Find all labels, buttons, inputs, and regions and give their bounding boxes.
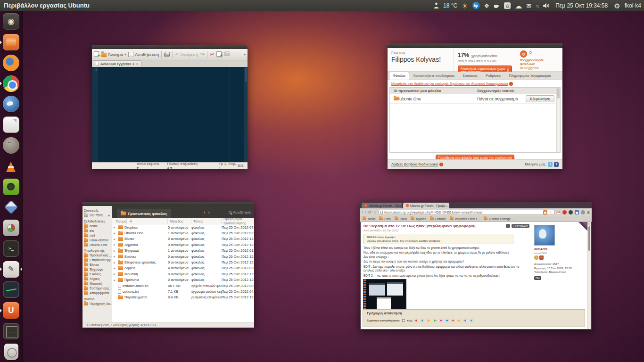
menu-icon[interactable]: ≡ — [587, 210, 590, 215]
expander-icon[interactable]: ▶ — [114, 279, 116, 281]
session-username-label[interactable]: fkol-k4 — [625, 2, 641, 9]
online-help-link[interactable]: Λάβετε βοήθεια διαδικτυακά — [391, 162, 438, 166]
file-row[interactable]: ▶Ubuntu One 1 αντικείμενο φάκελος Πεμ 25… — [112, 230, 254, 236]
smiley-icon[interactable] — [421, 319, 424, 322]
bookmark-chrome[interactable]: Chrome — [430, 217, 446, 221]
ubuntu-one-cloud-icon[interactable]: ☁ — [515, 2, 522, 9]
sidebar-item-etc[interactable]: etc — [83, 228, 112, 233]
sidebar-item-linux-distros[interactable]: Linux-distros — [83, 238, 112, 242]
file-row[interactable]: ▶Επιφάνεια εργασίας 0 αντικείμενα φάκελο… — [112, 259, 254, 265]
tab-close-icon[interactable]: ✕ — [136, 62, 139, 66]
network-updown-icon[interactable]: ↑↓ — [536, 3, 538, 8]
expander-icon[interactable]: ▶ — [114, 238, 116, 240]
poster-username-link[interactable]: dim4l99 — [534, 247, 585, 251]
column-modified[interactable]: Ημερομηνία τροποποίησης — [222, 218, 254, 224]
language-selector[interactable]: Απλό κείμενο ▾ — [137, 162, 159, 170]
search-control[interactable]: Αναζήτηση — [229, 210, 251, 214]
folders-scrollbar[interactable] — [556, 88, 560, 152]
bookmark-myweb[interactable]: MyWeb — [411, 217, 426, 221]
bookmark-fora[interactable]: Fora — [379, 217, 390, 221]
weather-person-icon[interactable] — [434, 2, 439, 9]
cut-icon[interactable]: ✂ — [210, 52, 214, 57]
smiley-icon[interactable] — [470, 319, 473, 322]
sidebar-item-music[interactable]: Μουσική — [83, 281, 112, 286]
sidebar-header-devices[interactable]: Συσκευές — [83, 207, 112, 213]
virtualbox-launcher[interactable] — [0, 197, 22, 218]
bookmark-linux[interactable]: Linux — [395, 217, 407, 221]
red-extension-icon[interactable] — [562, 210, 567, 214]
tab-width-selector[interactable]: Πλάτος στηλοθέτη: 4 ▾ — [167, 162, 201, 170]
bookmark-star-icon[interactable]: ☆ — [549, 210, 552, 214]
home-button[interactable]: ⌂ — [374, 210, 376, 214]
browser-tab-1[interactable]: Ubuntu-gr Forum - Προβο... — [362, 203, 402, 208]
hp-indicator-icon[interactable]: hp — [472, 2, 480, 9]
bookmark-imported[interactable]: Imported From F... — [450, 217, 480, 221]
attached-screenshot-thumbnail[interactable] — [363, 280, 406, 312]
sidebar-item-pictures[interactable]: Εικόνες — [83, 272, 112, 277]
terminal-launcher[interactable]: >_ — [0, 238, 22, 259]
keyboard-layout-indicator[interactable]: à — [504, 2, 511, 9]
browser-window[interactable]: Ubuntu-gr Forum - Προβο... Ubuntu-gr For… — [360, 202, 592, 330]
expander-icon[interactable]: ▶ — [114, 261, 116, 264]
vlc-launcher[interactable] — [0, 156, 22, 176]
dropbox-indicator-icon[interactable]: ❖ — [484, 3, 490, 9]
open-dropdown-caret[interactable]: ▾ — [124, 53, 126, 56]
sidebar-device-sg750[interactable]: SG 750G... — [83, 213, 112, 218]
blue-extension-icon[interactable]: ▦ — [575, 210, 579, 214]
expander-icon[interactable]: ▶ — [114, 272, 116, 275]
expander-icon[interactable]: ▶ — [114, 249, 116, 252]
smilies-checkbox[interactable] — [402, 319, 405, 322]
paste-button[interactable] — [224, 52, 230, 57]
smiley-icon[interactable] — [427, 319, 430, 322]
expander-icon[interactable]: ▶ — [114, 255, 116, 258]
post-title-link[interactable]: Re: Πέρασμα στο 12.10: Πώς ήταν; [περιλα… — [363, 224, 529, 228]
quote-post-button[interactable]: ΠΑΡΑΘΕΣΗ — [512, 224, 529, 228]
bookmark-gentoo-portage[interactable]: Gentoo Portage ... — [484, 217, 514, 221]
ubuntu-one-launcher[interactable]: U — [0, 300, 22, 321]
sidebar-item-downloads[interactable]: Λήψεις — [83, 277, 112, 281]
explore-button[interactable]: Εξερεύνηση — [526, 95, 554, 102]
file-row[interactable]: ▶Δημόσια 0 αντικείμενα φάκελος Πεμ 25 Οκ… — [112, 242, 254, 247]
u1-tab-account-info[interactable]: Πληροφορίες λογαριασμού — [505, 72, 554, 80]
folders-column-header[interactable]: Οι προσωπικοί μου φάκελοι — [390, 89, 477, 93]
gmail-icon[interactable]: M — [556, 210, 561, 214]
sidebar-header-computer[interactable]: Υπολογιστής — [83, 247, 112, 253]
gedit-text-area[interactable]: 1 — [92, 67, 248, 162]
forward-button[interactable]: › — [208, 209, 213, 215]
sidebar-item-trash[interactable]: Απορρίμματα — [83, 291, 112, 296]
sidebar-item-documents[interactable]: Έγγραφα — [83, 267, 112, 272]
smiley-icon[interactable] — [463, 319, 467, 322]
chromium-launcher[interactable] — [0, 73, 22, 94]
file-row[interactable]: ▶Λήψεις 4 αντικείμενα φάκελος Πεμ 25 Οκτ… — [112, 265, 254, 271]
file-manager-titlebar[interactable] — [83, 202, 254, 206]
thunderbird-launcher[interactable] — [0, 94, 22, 115]
file-row[interactable]: installer-main.sh 46.1 KB αρχείο εντολών… — [112, 283, 254, 288]
gedit-document-tab[interactable]: Ανώνυμο έγγραφο 1 ✕ — [93, 60, 141, 67]
sidebar-item-browse-network[interactable]: Περιήγηση δικ... — [83, 301, 112, 306]
files-launcher[interactable] — [0, 32, 22, 53]
file-row[interactable]: ▶Πρότυπα 0 αντικείμενα φάκελος Πεμ 25 Οκ… — [112, 277, 254, 283]
gedit-titlebar[interactable] — [92, 45, 248, 49]
expander-icon[interactable]: ▶ — [114, 243, 116, 246]
toolbar-overflow-caret[interactable]: ▾ — [244, 53, 246, 57]
green-app-launcher[interactable] — [0, 176, 22, 197]
smiley-icon[interactable] — [457, 319, 461, 322]
twitter-icon[interactable]: t — [548, 162, 553, 167]
gimp-launcher[interactable] — [0, 135, 22, 156]
expander-icon[interactable]: ▶ — [114, 267, 116, 270]
sidebar-item-desktop[interactable]: Επιφάνεια εργ... — [83, 258, 112, 263]
dash-home-button[interactable]: ◉ — [0, 11, 22, 32]
weather-sun-icon[interactable]: ☀ — [462, 2, 468, 9]
ubuntu-one-titlebar[interactable] — [388, 43, 562, 48]
u1-tab-devices[interactable]: Συσκευές — [459, 72, 481, 80]
expander-icon[interactable]: ▶ — [114, 226, 116, 229]
open-button[interactable]: Άνοιγμα▾ — [101, 52, 126, 57]
ubuntu-one-window[interactable]: Γεια σας Filippos Kolyvas! 17% χρησιμοπο… — [388, 43, 562, 169]
clock-label[interactable]: Πεμ 25 Οκτ 19:34:58 — [555, 2, 608, 9]
gedit-window[interactable]: Άνοιγμα▾ Αποθήκευση ↶Αναίρεση ↷ ✂ ▾ Ανών… — [92, 45, 248, 169]
caffeine-cup-icon[interactable] — [494, 3, 500, 8]
web-sharing-link[interactable]: Μεταβείτε στο διαδίκτυο για επιλογές δημ… — [391, 82, 513, 86]
dark-extension-icon[interactable] — [569, 210, 573, 214]
forward-button[interactable]: › — [365, 210, 366, 214]
sidebar-header-bookmarks[interactable]: Σελιδοδείκτες — [83, 218, 112, 224]
